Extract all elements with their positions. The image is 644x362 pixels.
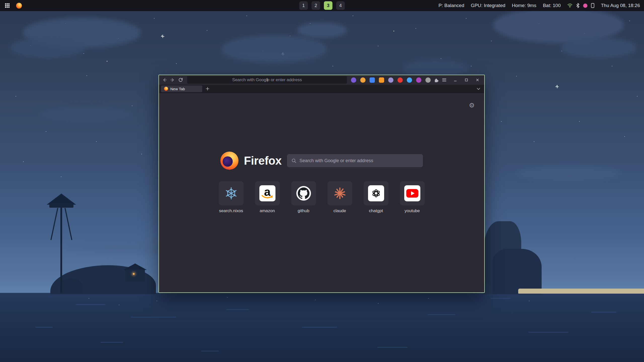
tab-title: New Tab — [170, 87, 185, 91]
newtab-hero: Firefox — [159, 152, 484, 170]
clock[interactable]: Thu Aug 08, 18:26 — [601, 3, 640, 8]
wifi-icon[interactable] — [567, 3, 573, 8]
extension-icons — [351, 77, 431, 83]
tile-box — [328, 181, 352, 205]
extension-icon-1[interactable] — [351, 77, 356, 83]
personalize-gear-icon[interactable]: ⚙ — [469, 102, 475, 109]
cloud — [10, 38, 86, 58]
tile-label: claude — [333, 208, 346, 213]
back-button[interactable] — [161, 76, 168, 83]
maximize-button[interactable] — [463, 76, 470, 83]
workspace-button-1[interactable]: 1 — [299, 1, 308, 10]
tile-box — [364, 181, 388, 205]
shortcut-search-nixos[interactable]: search.nixos — [219, 181, 244, 213]
wave — [428, 314, 455, 315]
hamburger-icon — [442, 78, 447, 82]
cloud — [493, 8, 624, 43]
forward-button[interactable] — [169, 76, 176, 83]
extension-icon-9[interactable] — [425, 77, 431, 83]
firefox-logo-icon — [220, 152, 238, 170]
hut-roof — [123, 263, 147, 270]
close-icon — [475, 78, 479, 82]
shortcut-youtube[interactable]: youtube — [400, 181, 425, 213]
topbar: 1 2 3 4 P: Balanced GPU: Integrated Home… — [0, 0, 644, 11]
minimize-button[interactable] — [452, 76, 459, 83]
plus-icon — [206, 87, 209, 90]
nixos-snowflake-icon — [224, 186, 238, 201]
power-profile-status[interactable]: P: Balanced — [438, 3, 464, 8]
wave — [491, 298, 511, 299]
back-arrow-icon — [162, 77, 167, 82]
wave — [75, 304, 106, 305]
display-icon[interactable] — [591, 3, 594, 8]
apps-grid-icon — [5, 3, 10, 8]
gpu-status[interactable]: GPU: Integrated — [471, 3, 505, 8]
indicator-icon[interactable] — [583, 4, 587, 8]
shortcut-amazon[interactable]: a amazon — [255, 181, 280, 213]
menu-button[interactable] — [441, 76, 448, 83]
close-button[interactable] — [474, 76, 481, 83]
wave — [591, 312, 616, 312]
urlbar[interactable] — [187, 76, 347, 84]
bluetooth-icon[interactable] — [576, 3, 580, 8]
firefox-taskbar-icon[interactable] — [15, 2, 23, 9]
extension-icon-5[interactable] — [388, 77, 393, 83]
watchtower-leg — [65, 208, 72, 240]
workspace-button-2[interactable]: 2 — [312, 1, 320, 10]
beach-strip — [518, 289, 644, 294]
star-sparkle — [161, 35, 164, 38]
wave — [35, 327, 53, 328]
tile-label: amazon — [260, 208, 275, 213]
tile-label: github — [298, 208, 309, 213]
battery-status[interactable]: Bat: 100 — [543, 3, 561, 8]
app-launcher-button[interactable] — [4, 2, 11, 9]
wave — [528, 332, 569, 333]
shortcut-github[interactable]: github — [291, 181, 316, 213]
shortcut-claude[interactable]: claude — [328, 181, 352, 213]
newtab-search[interactable] — [287, 154, 423, 167]
maximize-icon — [464, 78, 468, 82]
window-controls — [452, 76, 481, 83]
workspace-button-3[interactable]: 3 — [324, 1, 333, 10]
wave — [101, 342, 123, 343]
hut — [125, 269, 145, 282]
extension-icon-6[interactable] — [397, 77, 403, 83]
watchtower-leg — [51, 208, 58, 240]
extension-icon-8[interactable] — [416, 77, 421, 83]
extension-icon-2[interactable] — [360, 77, 366, 83]
tab-bar: New Tab — [159, 85, 484, 93]
tile-box — [400, 181, 425, 205]
star-sparkle — [555, 85, 559, 88]
topbar-left — [0, 2, 23, 9]
wave — [302, 327, 337, 328]
shortcut-chatgpt[interactable]: chatgpt — [364, 181, 388, 213]
claude-starburst-icon — [333, 186, 347, 200]
home-latency-status[interactable]: Home: 9ms — [512, 3, 536, 8]
extension-icon-3[interactable] — [370, 77, 375, 83]
tile-label: youtube — [405, 208, 420, 213]
forward-arrow-icon — [170, 77, 175, 82]
cloud — [221, 35, 327, 63]
list-tabs-button[interactable] — [475, 85, 482, 92]
tile-box: a — [255, 181, 280, 205]
tile-box — [291, 181, 316, 205]
newtab-search-input[interactable] — [299, 158, 418, 163]
tile-label: search.nixos — [219, 208, 243, 213]
haze — [516, 166, 621, 181]
new-tab-button[interactable] — [204, 85, 211, 92]
github-octocat-icon — [296, 186, 311, 201]
workspace-button-4[interactable]: 4 — [336, 1, 345, 10]
extension-icon-4[interactable] — [379, 77, 384, 83]
new-tab-page: ⚙ Firefox — [159, 93, 484, 292]
reload-button[interactable] — [177, 76, 184, 83]
workspace-switcher: 1 2 3 4 — [299, 0, 345, 11]
cloud — [297, 23, 347, 38]
tray-icons — [567, 3, 594, 8]
search-icon — [292, 158, 296, 163]
extension-icon-7[interactable] — [407, 77, 412, 83]
wave — [131, 317, 176, 318]
firefox-favicon-icon — [164, 87, 168, 91]
tab-new-tab[interactable]: New Tab — [161, 85, 202, 92]
text-caret — [267, 78, 268, 82]
extensions-button[interactable] — [433, 76, 440, 83]
